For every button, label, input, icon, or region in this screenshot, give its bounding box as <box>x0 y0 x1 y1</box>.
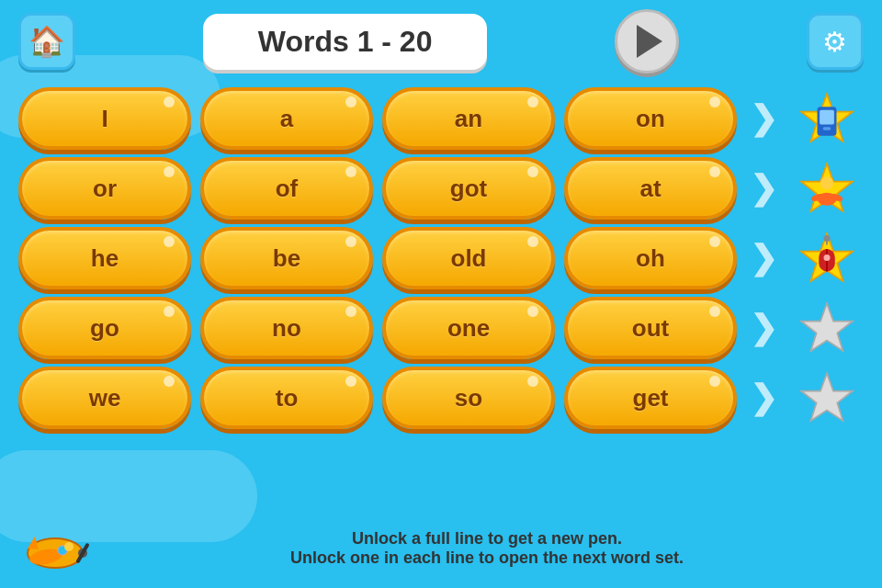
svg-marker-16 <box>801 373 853 421</box>
star-item-2 <box>794 157 860 220</box>
footer: Unlock a full line to get a new pen. Unl… <box>0 509 882 588</box>
stars-column <box>790 87 864 429</box>
row-arrow-1: ❯ <box>750 99 777 138</box>
home-button[interactable]: 🏠 <box>18 13 75 70</box>
home-icon: 🏠 <box>28 24 65 59</box>
word-row-3: hebeoldoh❯ <box>18 227 781 289</box>
footer-text: Unlock a full line to get a new pen. Unl… <box>110 529 864 568</box>
row-arrow-5: ❯ <box>750 379 777 417</box>
word-row-2: orofgotat❯ <box>18 157 781 220</box>
header: 🏠 Words 1 - 20 ⚙ <box>0 0 882 83</box>
footer-plane-icon <box>18 516 92 581</box>
word-btn-at[interactable]: at <box>564 157 737 220</box>
word-btn-no[interactable]: no <box>200 297 373 359</box>
word-btn-or[interactable]: or <box>18 157 191 220</box>
word-btn-get[interactable]: get <box>564 367 737 429</box>
row-arrow-4: ❯ <box>750 309 777 347</box>
word-btn-old[interactable]: old <box>382 227 555 289</box>
star-item-3 <box>794 227 860 289</box>
footer-line2: Unlock one in each line to open the next… <box>110 548 864 568</box>
word-btn-oh[interactable]: oh <box>564 227 737 289</box>
word-btn-got[interactable]: got <box>382 157 555 220</box>
word-row-1: Iaanon❯ <box>18 87 781 150</box>
word-btn-we[interactable]: we <box>18 367 191 429</box>
title-box: Words 1 - 20 <box>203 14 488 70</box>
word-btn-of[interactable]: of <box>200 157 373 220</box>
play-button[interactable] <box>615 9 679 74</box>
word-btn-out[interactable]: out <box>564 297 737 359</box>
word-btn-an[interactable]: an <box>382 87 555 150</box>
word-btn-to[interactable]: to <box>200 367 373 429</box>
svg-rect-2 <box>820 109 834 124</box>
svg-point-14 <box>824 235 831 242</box>
svg-rect-3 <box>823 127 831 130</box>
main-area: Iaanon❯orofgotat❯hebeoldoh❯gonooneout❯we… <box>0 83 882 429</box>
settings-icon: ⚙ <box>822 26 847 58</box>
word-btn-on[interactable]: on <box>564 87 737 150</box>
word-row-5: wetosoget❯ <box>18 367 781 429</box>
svg-point-5 <box>820 176 833 189</box>
word-btn-I[interactable]: I <box>18 87 191 150</box>
words-grid: Iaanon❯orofgotat❯hebeoldoh❯gonooneout❯we… <box>18 87 781 429</box>
star-item-4 <box>794 297 860 359</box>
play-icon <box>637 25 662 58</box>
page-title: Words 1 - 20 <box>258 25 433 58</box>
settings-button[interactable]: ⚙ <box>807 13 864 70</box>
svg-point-23 <box>64 542 74 551</box>
word-btn-one[interactable]: one <box>382 297 555 359</box>
word-row-4: gonooneout❯ <box>18 297 781 359</box>
word-btn-so[interactable]: so <box>382 367 555 429</box>
svg-marker-15 <box>801 303 853 351</box>
word-btn-he[interactable]: he <box>18 227 191 289</box>
row-arrow-3: ❯ <box>750 239 777 277</box>
word-btn-a[interactable]: a <box>200 87 373 150</box>
footer-line1: Unlock a full line to get a new pen. <box>110 529 864 548</box>
row-arrow-2: ❯ <box>750 169 777 208</box>
star-item-1 <box>794 87 860 150</box>
svg-point-12 <box>824 254 831 261</box>
star-item-5 <box>794 367 860 429</box>
word-btn-be[interactable]: be <box>200 227 373 289</box>
word-btn-go[interactable]: go <box>18 297 191 359</box>
